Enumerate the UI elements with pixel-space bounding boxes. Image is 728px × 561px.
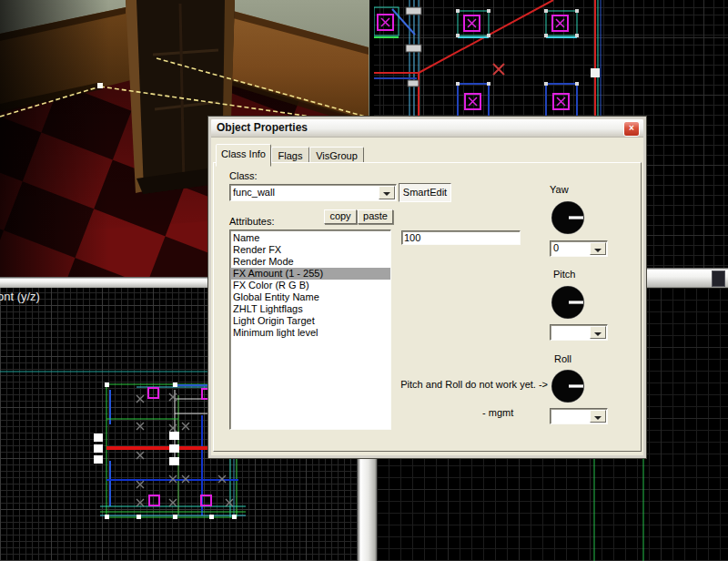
attribute-item[interactable]: Global Entity Name	[230, 291, 390, 303]
class-value: func_wall	[233, 187, 275, 198]
copy-button[interactable]: copy	[324, 209, 357, 224]
entity-box[interactable]	[544, 82, 579, 120]
dialog-title: Object Properties	[217, 121, 308, 134]
attributes-list[interactable]: NameRender FXRender ModeFX Amount (1 - 2…	[229, 230, 391, 430]
roll-label: Roll	[554, 353, 571, 364]
entity-box[interactable]	[456, 82, 490, 120]
roll-combobox[interactable]	[550, 408, 608, 424]
close-icon[interactable]: ×	[623, 121, 640, 137]
pitch-label: Pitch	[553, 269, 575, 280]
attribute-item[interactable]: Minimum light level	[230, 327, 390, 339]
vertex-handle[interactable]	[591, 68, 600, 77]
pitch-combobox[interactable]	[550, 324, 608, 341]
chevron-down-icon[interactable]	[590, 242, 606, 255]
vertex-handle[interactable]	[97, 83, 103, 88]
yaw-value: 0	[553, 242, 559, 253]
roll-angle-dial[interactable]	[551, 369, 585, 403]
attribute-item[interactable]: Render Mode	[230, 256, 390, 268]
attribute-value-input[interactable]	[401, 230, 521, 245]
pitch-roll-note: Pitch and Roll do not work yet. ->	[346, 379, 548, 390]
paste-button[interactable]: paste	[358, 209, 393, 224]
class-label: Class:	[229, 170, 258, 181]
yaw-angle-dial[interactable]	[551, 200, 585, 235]
pitch-angle-dial[interactable]	[551, 285, 585, 320]
chevron-down-icon[interactable]	[379, 186, 395, 199]
attribute-item[interactable]: Light Origin Target	[230, 315, 390, 327]
chevron-down-icon[interactable]	[590, 326, 606, 339]
yaw-label: Yaw	[550, 184, 569, 195]
object-properties-dialog: Object Properties × Class Info Flags Vis…	[208, 117, 646, 458]
attribute-item[interactable]: ZHLT Lightflags	[230, 303, 390, 315]
class-combobox[interactable]: func_wall	[229, 184, 397, 201]
tab-page-class-info: Class: func_wall SmartEdit copy paste At…	[213, 162, 642, 452]
attribute-item[interactable]: FX Color (R G B)	[230, 280, 390, 291]
attribute-item[interactable]: Name	[230, 232, 390, 244]
chevron-down-icon[interactable]	[590, 410, 606, 423]
origin-x-marker	[493, 64, 504, 75]
entity-box[interactable]	[456, 9, 490, 37]
yaw-combobox[interactable]: 0	[550, 240, 608, 257]
attribute-item[interactable]: Render FX	[230, 244, 390, 256]
entity-box[interactable]	[544, 9, 579, 37]
tab-class-info[interactable]: Class Info	[216, 144, 271, 167]
attributes-label: Attributes:	[229, 216, 275, 227]
dialog-titlebar[interactable]: Object Properties ×	[211, 119, 643, 138]
attribute-item[interactable]: FX Amount (1 - 255)	[230, 268, 390, 280]
smartedit-button[interactable]: SmartEdit	[399, 183, 451, 202]
mgmt-note: - mgmt	[482, 407, 513, 418]
viewport-menu-button[interactable]	[712, 270, 725, 287]
